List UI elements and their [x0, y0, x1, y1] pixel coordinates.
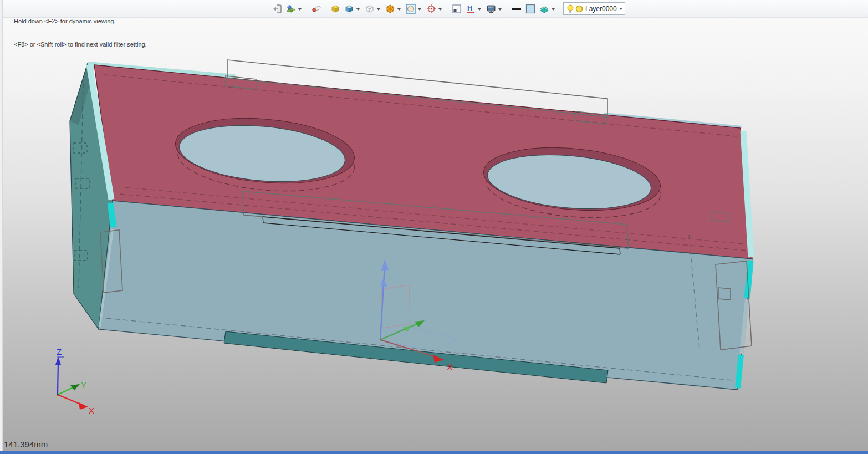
chevron-down-icon[interactable]: [298, 8, 302, 11]
dimension-h-icon: H: [465, 3, 476, 14]
chevron-down-icon[interactable]: [377, 8, 380, 11]
monitor-icon: [486, 3, 497, 14]
prompt-line-1: Hold down <F2> for dynamic viewing.: [14, 17, 147, 25]
view-triad: Z Y X: [55, 347, 94, 415]
shaded-cube-icon: [344, 3, 355, 14]
layer-stack-icon: [539, 3, 550, 14]
blend-display-button[interactable]: [284, 2, 297, 15]
chevron-down-icon[interactable]: [478, 8, 481, 11]
exit-button[interactable]: [270, 2, 283, 15]
prompt-line-2: <F8> or <Shift-roll> to find next valid …: [14, 40, 147, 48]
line-width-button[interactable]: [510, 2, 523, 15]
target-icon: [426, 3, 437, 14]
wireframe-display-button[interactable]: [363, 2, 376, 15]
layer-selector[interactable]: Layer0000: [563, 2, 625, 15]
chevron-down-icon[interactable]: [418, 8, 421, 11]
layer-name: Layer0000: [585, 5, 619, 13]
triad-z-label: Z: [57, 347, 62, 356]
layer-blend-icon: [285, 3, 297, 14]
dimension-style-button[interactable]: H: [464, 2, 477, 15]
triad-z-axis: [58, 360, 58, 395]
facet-display-button[interactable]: [384, 2, 396, 15]
line-width-icon: [511, 3, 522, 14]
left-edge-strip: [0, 0, 3, 454]
application-window: X Z Y X Hold down <F2> for dynamic viewi…: [0, 0, 868, 454]
scale-view-button[interactable]: [450, 2, 463, 15]
yellow-box-icon: [330, 3, 341, 14]
bulb-icon: [566, 4, 575, 14]
chevron-down-icon[interactable]: [619, 8, 622, 10]
scale-box-icon: [451, 3, 462, 14]
layer-color-icon: [575, 4, 584, 13]
prompt-messages: Hold down <F2> for dynamic viewing. <F8>…: [14, 2, 147, 64]
chevron-down-icon[interactable]: [498, 8, 502, 11]
chevron-down-icon[interactable]: [552, 8, 555, 11]
eraser-icon: [311, 3, 322, 14]
color-swatch-icon: [525, 3, 536, 14]
display-settings-button[interactable]: [484, 2, 497, 15]
facet-sphere-icon: [385, 3, 396, 14]
viewport-3d[interactable]: X Z Y X: [0, 0, 868, 454]
chevron-down-icon[interactable]: [356, 8, 360, 11]
entity-color-button[interactable]: [524, 2, 537, 15]
shaded-display-button[interactable]: [343, 2, 355, 15]
circle-frame-icon: [405, 3, 416, 14]
exit-icon: [272, 3, 283, 14]
point-filter-button[interactable]: [425, 2, 437, 15]
wireframe-cube-icon: [364, 3, 375, 14]
toolbar: Hold down <F2> for dynamic viewing. <F8>…: [0, 0, 868, 18]
triad-x-label: X: [89, 406, 94, 415]
solid-box-button[interactable]: [329, 2, 341, 15]
eraser-button[interactable]: [310, 2, 323, 15]
chevron-down-icon[interactable]: [438, 8, 442, 11]
measurement-readout: 141.394mm: [4, 440, 48, 449]
bottom-accent-bar: [0, 451, 868, 454]
layer-display-button[interactable]: [538, 2, 550, 15]
triad-y-label: Y: [81, 380, 86, 390]
chevron-down-icon[interactable]: [397, 8, 401, 11]
toolbar-buttons: H: [270, 2, 625, 16]
csys-x-label: X: [447, 363, 453, 372]
svg-text:H: H: [467, 4, 472, 12]
silhouette-display-button[interactable]: [404, 2, 417, 15]
